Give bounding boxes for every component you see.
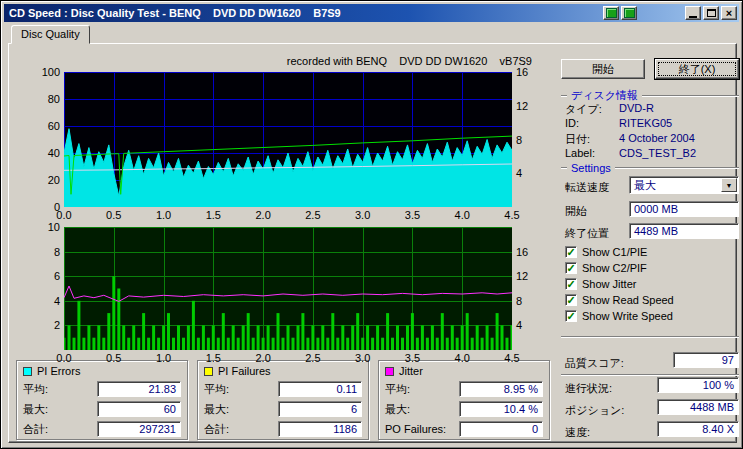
stat-label: 平均: bbox=[23, 382, 48, 397]
y-axis-label: 80 bbox=[28, 93, 60, 105]
y2-axis-label: 12 bbox=[516, 270, 540, 282]
start-button[interactable]: 開始 bbox=[561, 59, 645, 79]
progress-value: 100 % bbox=[657, 377, 739, 393]
checkbox-show-jitter[interactable]: ✓ Show Jitter bbox=[565, 278, 636, 290]
checkbox-show-c1-pie[interactable]: ✓ Show C1/PIE bbox=[565, 246, 647, 258]
disc-info-heading: ディスク情報 bbox=[561, 88, 739, 103]
stat-label: PO Failures: bbox=[385, 423, 446, 435]
x-axis-label: 0.5 bbox=[100, 352, 128, 364]
stat-label: 最大: bbox=[204, 402, 229, 417]
stat-label: 合計: bbox=[204, 422, 229, 437]
jitter-box: Jitter 平均:8.95 % 最大:10.4 % PO Failures:0 bbox=[378, 360, 550, 440]
window-title: CD Speed : Disc Quality Test - BENQ DVD … bbox=[9, 7, 341, 19]
y2-axis-label: 12 bbox=[516, 100, 540, 112]
y-axis-label: 8 bbox=[28, 246, 60, 258]
stat-value: 60 bbox=[97, 401, 181, 417]
stat-label: 合計: bbox=[23, 422, 48, 437]
minimize-button[interactable] bbox=[685, 6, 701, 20]
pi-errors-box: PI Errors 平均:21.83 最大:60 合計:297231 bbox=[16, 360, 188, 440]
disc-date-row: 日付:4 October 2004 bbox=[565, 132, 739, 147]
checkbox-show-c2-pif[interactable]: ✓ Show C2/PIF bbox=[565, 262, 647, 274]
disc-icon bbox=[606, 8, 617, 18]
checkbox-box[interactable]: ✓ bbox=[565, 246, 577, 258]
checkbox-show-read-speed[interactable]: ✓ Show Read Speed bbox=[565, 294, 674, 306]
speed-label: 転送速度 bbox=[565, 180, 609, 195]
x-axis-label: 4.5 bbox=[498, 209, 526, 221]
end-pos-field[interactable]: 4489 MB bbox=[629, 223, 739, 239]
stat-value: 0 bbox=[459, 421, 543, 437]
quality-score-label: 品質スコア: bbox=[565, 356, 624, 371]
stat-label: 最大: bbox=[23, 402, 48, 417]
y2-axis-label: 16 bbox=[516, 246, 540, 258]
x-axis-label: 1.5 bbox=[199, 209, 227, 221]
maximize-button[interactable] bbox=[703, 6, 719, 20]
start-pos-field[interactable]: 0000 MB bbox=[629, 201, 739, 217]
progress-label: 進行状況: bbox=[565, 381, 612, 396]
stat-value: 6 bbox=[278, 401, 362, 417]
x-axis-label: 1.5 bbox=[199, 352, 227, 364]
speed-value: 8.40 X bbox=[657, 421, 739, 437]
checkbox-box[interactable]: ✓ bbox=[565, 262, 577, 274]
x-axis-label: 3.5 bbox=[398, 209, 426, 221]
pi-errors-title: PI Errors bbox=[37, 365, 80, 377]
x-axis-label: 0.5 bbox=[100, 209, 128, 221]
pif-jitter-chart bbox=[64, 227, 512, 350]
titlebar[interactable]: CD Speed : Disc Quality Test - BENQ DVD … bbox=[4, 4, 739, 22]
y-axis-label: 20 bbox=[28, 174, 60, 186]
position-value: 4488 MB bbox=[657, 399, 739, 415]
x-axis-label: 1.0 bbox=[150, 352, 178, 364]
maximize-icon bbox=[707, 9, 716, 17]
disc-id-row: ID:RITEKG05 bbox=[565, 117, 739, 129]
y2-axis-label: 8 bbox=[516, 295, 540, 307]
minimize-icon bbox=[689, 16, 697, 18]
pi-errors-swatch bbox=[23, 367, 32, 376]
quality-score-value: 97 bbox=[673, 352, 739, 368]
speed-dropdown[interactable]: 最大 ▼ bbox=[629, 176, 739, 194]
checkbox-box[interactable]: ✓ bbox=[565, 310, 577, 322]
y-axis-label: 40 bbox=[28, 147, 60, 159]
position-label: ポジション: bbox=[565, 403, 624, 418]
stat-label: 平均: bbox=[204, 382, 229, 397]
disc-copy-icon[interactable] bbox=[603, 6, 619, 20]
x-axis-label: 3.0 bbox=[349, 352, 377, 364]
y2-axis-label: 16 bbox=[516, 66, 540, 78]
start-pos-label: 開始 bbox=[565, 204, 587, 219]
x-axis-label: 3.5 bbox=[398, 352, 426, 364]
exit-button[interactable]: 終了(X) bbox=[655, 59, 739, 79]
y-axis-label: 2 bbox=[28, 319, 60, 331]
pi-failures-title: PI Failures bbox=[218, 365, 271, 377]
jitter-swatch bbox=[385, 367, 394, 376]
pi-failures-box: PI Failures 平均:0.11 最大:6 合計:1186 bbox=[197, 360, 369, 440]
app-window: CD Speed : Disc Quality Test - BENQ DVD … bbox=[0, 0, 743, 449]
divider bbox=[561, 336, 739, 338]
divider bbox=[561, 374, 739, 376]
speed-dropdown-value: 最大 bbox=[630, 178, 721, 193]
pi-failures-swatch bbox=[204, 367, 213, 376]
stat-label: 平均: bbox=[385, 382, 410, 397]
speed-value-label: 速度: bbox=[565, 425, 590, 440]
close-button[interactable]: × bbox=[721, 6, 737, 20]
x-axis-label: 4.5 bbox=[498, 352, 526, 364]
drive-icon-button[interactable] bbox=[621, 6, 637, 20]
y-axis-label: 60 bbox=[28, 120, 60, 132]
checkbox-box[interactable]: ✓ bbox=[565, 294, 577, 306]
y2-axis-label: 8 bbox=[516, 134, 540, 146]
x-axis-label: 1.0 bbox=[150, 209, 178, 221]
y-axis-label: 10 bbox=[28, 221, 60, 233]
jitter-title: Jitter bbox=[399, 365, 423, 377]
chart-header: recorded with BENQ DVD DD DW1620 vB7S9 bbox=[64, 55, 532, 67]
y-axis-label: 6 bbox=[28, 270, 60, 282]
x-axis-label: 3.0 bbox=[349, 209, 377, 221]
disc-label-row: Label:CDS_TEST_B2 bbox=[565, 147, 739, 159]
tab-disc-quality[interactable]: Disc Quality bbox=[11, 25, 90, 44]
checkbox-box[interactable]: ✓ bbox=[565, 278, 577, 290]
close-icon: × bbox=[726, 8, 732, 18]
stat-value: 21.83 bbox=[97, 381, 181, 397]
chevron-down-icon[interactable]: ▼ bbox=[721, 178, 737, 192]
x-axis-label: 2.5 bbox=[299, 209, 327, 221]
x-axis-label: 4.0 bbox=[448, 209, 476, 221]
x-axis-label: 2.5 bbox=[299, 352, 327, 364]
drive-icon bbox=[624, 8, 635, 18]
stat-value: 0.11 bbox=[278, 381, 362, 397]
checkbox-show-write-speed[interactable]: ✓ Show Write Speed bbox=[565, 310, 673, 322]
